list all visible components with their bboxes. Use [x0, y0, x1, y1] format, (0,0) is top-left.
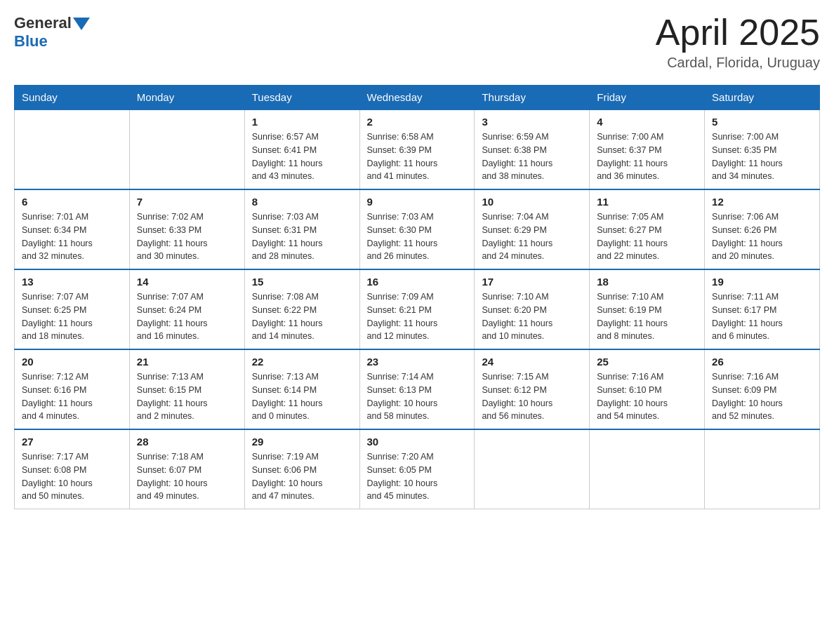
- calendar-table: SundayMondayTuesdayWednesdayThursdayFrid…: [14, 85, 820, 509]
- day-info: Sunrise: 6:58 AM Sunset: 6:39 PM Dayligh…: [367, 130, 468, 183]
- day-of-week-header: Saturday: [705, 86, 820, 110]
- day-number: 7: [137, 196, 237, 208]
- calendar-day-cell: 14Sunrise: 7:07 AM Sunset: 6:24 PM Dayli…: [129, 269, 244, 349]
- calendar-day-cell: 16Sunrise: 7:09 AM Sunset: 6:21 PM Dayli…: [359, 269, 475, 349]
- calendar-day-cell: 24Sunrise: 7:15 AM Sunset: 6:12 PM Dayli…: [475, 349, 590, 429]
- day-info: Sunrise: 6:57 AM Sunset: 6:41 PM Dayligh…: [252, 130, 352, 183]
- page-header: General Blue April 2025 Cardal, Florida,…: [14, 14, 820, 71]
- day-number: 26: [712, 356, 812, 368]
- day-info: Sunrise: 7:07 AM Sunset: 6:24 PM Dayligh…: [137, 290, 237, 343]
- day-info: Sunrise: 7:08 AM Sunset: 6:22 PM Dayligh…: [252, 290, 352, 343]
- day-number: 22: [252, 356, 352, 368]
- calendar-day-cell: 6Sunrise: 7:01 AM Sunset: 6:34 PM Daylig…: [15, 189, 130, 269]
- day-number: 30: [367, 436, 468, 448]
- calendar-day-cell: 20Sunrise: 7:12 AM Sunset: 6:16 PM Dayli…: [15, 349, 130, 429]
- calendar-day-cell: 2Sunrise: 6:58 AM Sunset: 6:39 PM Daylig…: [359, 109, 475, 189]
- day-of-week-header: Monday: [129, 86, 244, 110]
- day-info: Sunrise: 7:03 AM Sunset: 6:31 PM Dayligh…: [252, 210, 352, 263]
- day-info: Sunrise: 7:03 AM Sunset: 6:30 PM Dayligh…: [367, 210, 468, 263]
- calendar-day-cell: 21Sunrise: 7:13 AM Sunset: 6:15 PM Dayli…: [129, 349, 244, 429]
- calendar-week-row: 20Sunrise: 7:12 AM Sunset: 6:16 PM Dayli…: [15, 349, 820, 429]
- day-info: Sunrise: 7:13 AM Sunset: 6:15 PM Dayligh…: [137, 370, 237, 423]
- day-info: Sunrise: 6:59 AM Sunset: 6:38 PM Dayligh…: [482, 130, 582, 183]
- day-info: Sunrise: 7:02 AM Sunset: 6:33 PM Dayligh…: [137, 210, 237, 263]
- calendar-day-cell: 29Sunrise: 7:19 AM Sunset: 6:06 PM Dayli…: [244, 429, 359, 509]
- day-number: 20: [22, 356, 122, 368]
- calendar-day-cell: 3Sunrise: 6:59 AM Sunset: 6:38 PM Daylig…: [475, 109, 590, 189]
- day-info: Sunrise: 7:05 AM Sunset: 6:27 PM Dayligh…: [597, 210, 697, 263]
- day-of-week-header: Tuesday: [244, 86, 359, 110]
- day-of-week-header: Sunday: [15, 86, 130, 110]
- calendar-day-cell: [475, 429, 590, 509]
- day-number: 11: [597, 196, 697, 208]
- day-number: 19: [712, 276, 812, 288]
- calendar-day-cell: 5Sunrise: 7:00 AM Sunset: 6:35 PM Daylig…: [705, 109, 820, 189]
- logo-blue: Blue: [14, 32, 90, 51]
- day-number: 21: [137, 356, 237, 368]
- calendar-day-cell: 19Sunrise: 7:11 AM Sunset: 6:17 PM Dayli…: [705, 269, 820, 349]
- calendar-day-cell: 7Sunrise: 7:02 AM Sunset: 6:33 PM Daylig…: [129, 189, 244, 269]
- day-of-week-header: Thursday: [475, 86, 590, 110]
- title-section: April 2025 Cardal, Florida, Uruguay: [656, 14, 820, 71]
- day-number: 29: [252, 436, 352, 448]
- day-number: 9: [367, 196, 468, 208]
- day-info: Sunrise: 7:16 AM Sunset: 6:10 PM Dayligh…: [597, 370, 697, 423]
- calendar-day-cell: 26Sunrise: 7:16 AM Sunset: 6:09 PM Dayli…: [705, 349, 820, 429]
- calendar-day-cell: 23Sunrise: 7:14 AM Sunset: 6:13 PM Dayli…: [359, 349, 475, 429]
- calendar-day-cell: 1Sunrise: 6:57 AM Sunset: 6:41 PM Daylig…: [244, 109, 359, 189]
- day-number: 27: [22, 436, 122, 448]
- day-number: 3: [482, 116, 582, 128]
- day-info: Sunrise: 7:00 AM Sunset: 6:35 PM Dayligh…: [712, 130, 812, 183]
- location: Cardal, Florida, Uruguay: [656, 55, 820, 71]
- logo-general: General: [14, 14, 72, 32]
- day-number: 14: [137, 276, 237, 288]
- calendar-day-cell: 11Sunrise: 7:05 AM Sunset: 6:27 PM Dayli…: [590, 189, 705, 269]
- logo-triangle-icon: [73, 18, 90, 30]
- logo: General Blue: [14, 14, 90, 51]
- day-number: 15: [252, 276, 352, 288]
- day-number: 2: [367, 116, 468, 128]
- calendar-week-row: 13Sunrise: 7:07 AM Sunset: 6:25 PM Dayli…: [15, 269, 820, 349]
- day-of-week-header: Wednesday: [359, 86, 475, 110]
- day-number: 4: [597, 116, 697, 128]
- day-number: 8: [252, 196, 352, 208]
- day-number: 10: [482, 196, 582, 208]
- calendar-day-cell: 8Sunrise: 7:03 AM Sunset: 6:31 PM Daylig…: [244, 189, 359, 269]
- day-info: Sunrise: 7:01 AM Sunset: 6:34 PM Dayligh…: [22, 210, 122, 263]
- day-number: 28: [137, 436, 237, 448]
- month-title: April 2025: [656, 14, 820, 51]
- calendar-day-cell: [129, 109, 244, 189]
- day-number: 12: [712, 196, 812, 208]
- calendar-week-row: 6Sunrise: 7:01 AM Sunset: 6:34 PM Daylig…: [15, 189, 820, 269]
- calendar-day-cell: [15, 109, 130, 189]
- day-of-week-header: Friday: [590, 86, 705, 110]
- day-number: 1: [252, 116, 352, 128]
- day-number: 18: [597, 276, 697, 288]
- day-info: Sunrise: 7:09 AM Sunset: 6:21 PM Dayligh…: [367, 290, 468, 343]
- calendar-header-row: SundayMondayTuesdayWednesdayThursdayFrid…: [15, 86, 820, 110]
- calendar-day-cell: 4Sunrise: 7:00 AM Sunset: 6:37 PM Daylig…: [590, 109, 705, 189]
- calendar-day-cell: 13Sunrise: 7:07 AM Sunset: 6:25 PM Dayli…: [15, 269, 130, 349]
- calendar-day-cell: 17Sunrise: 7:10 AM Sunset: 6:20 PM Dayli…: [475, 269, 590, 349]
- day-info: Sunrise: 7:00 AM Sunset: 6:37 PM Dayligh…: [597, 130, 697, 183]
- day-info: Sunrise: 7:17 AM Sunset: 6:08 PM Dayligh…: [22, 450, 122, 503]
- day-info: Sunrise: 7:16 AM Sunset: 6:09 PM Dayligh…: [712, 370, 812, 423]
- day-info: Sunrise: 7:18 AM Sunset: 6:07 PM Dayligh…: [137, 450, 237, 503]
- calendar-week-row: 27Sunrise: 7:17 AM Sunset: 6:08 PM Dayli…: [15, 429, 820, 509]
- calendar-day-cell: 27Sunrise: 7:17 AM Sunset: 6:08 PM Dayli…: [15, 429, 130, 509]
- day-info: Sunrise: 7:10 AM Sunset: 6:19 PM Dayligh…: [597, 290, 697, 343]
- calendar-day-cell: 10Sunrise: 7:04 AM Sunset: 6:29 PM Dayli…: [475, 189, 590, 269]
- day-info: Sunrise: 7:06 AM Sunset: 6:26 PM Dayligh…: [712, 210, 812, 263]
- calendar-day-cell: 28Sunrise: 7:18 AM Sunset: 6:07 PM Dayli…: [129, 429, 244, 509]
- day-number: 13: [22, 276, 122, 288]
- day-number: 25: [597, 356, 697, 368]
- day-info: Sunrise: 7:13 AM Sunset: 6:14 PM Dayligh…: [252, 370, 352, 423]
- calendar-day-cell: 9Sunrise: 7:03 AM Sunset: 6:30 PM Daylig…: [359, 189, 475, 269]
- day-info: Sunrise: 7:15 AM Sunset: 6:12 PM Dayligh…: [482, 370, 582, 423]
- day-number: 24: [482, 356, 582, 368]
- calendar-day-cell: 22Sunrise: 7:13 AM Sunset: 6:14 PM Dayli…: [244, 349, 359, 429]
- day-number: 23: [367, 356, 468, 368]
- day-number: 16: [367, 276, 468, 288]
- calendar-day-cell: 15Sunrise: 7:08 AM Sunset: 6:22 PM Dayli…: [244, 269, 359, 349]
- day-info: Sunrise: 7:14 AM Sunset: 6:13 PM Dayligh…: [367, 370, 468, 423]
